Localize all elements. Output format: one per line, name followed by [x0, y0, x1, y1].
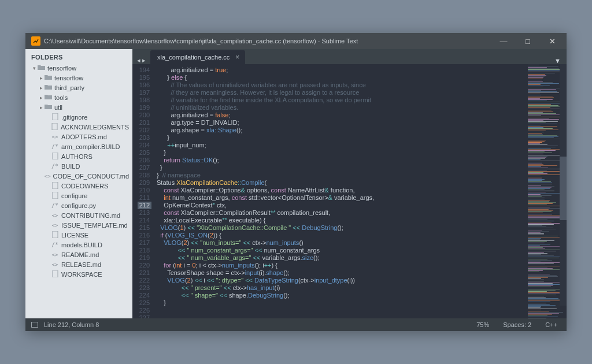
file-icon: [50, 123, 58, 131]
tree-item[interactable]: /*configure.py: [28, 200, 130, 210]
tree-item[interactable]: ▸third_party: [28, 83, 130, 92]
tree-item[interactable]: configure: [28, 191, 130, 200]
svg-rect-3: [53, 182, 58, 189]
tree-item[interactable]: ▾tensorflow: [28, 63, 130, 73]
tree-item[interactable]: LICENSE: [28, 230, 130, 240]
svg-rect-6: [53, 270, 58, 277]
code-editor[interactable]: 1941951961971981992002012022032042052062…: [132, 64, 567, 318]
status-bar: Line 212, Column 8 75% Spaces: 2 C++: [25, 318, 567, 331]
tree-item-label: LICENSE: [61, 232, 88, 239]
panel-switcher-icon[interactable]: [31, 322, 38, 328]
app-window: C:\Users\will\Documents\tensorflow\tenso…: [25, 33, 567, 331]
tree-item[interactable]: WORKSPACE: [28, 269, 130, 279]
tree-item-label: BUILD: [61, 163, 80, 170]
md-icon: <>: [51, 261, 59, 268]
title-bar[interactable]: C:\Users\will\Documents\tensorflow\tenso…: [25, 33, 567, 49]
tree-item[interactable]: ACKNOWLEDGMENTS: [28, 122, 130, 132]
md-icon: <>: [51, 133, 59, 140]
status-syntax[interactable]: C++: [545, 321, 557, 328]
folder-icon: [44, 84, 52, 91]
tree-item-label: .gitignore: [61, 114, 87, 121]
chevron-icon: ▸: [38, 85, 44, 91]
tree-item[interactable]: <>CONTRIBUTING.md: [28, 210, 130, 220]
tree-item[interactable]: <>ISSUE_TEMPLATE.md: [28, 220, 130, 230]
tab-dropdown-icon[interactable]: ▼: [549, 57, 567, 64]
maximize-button[interactable]: □: [516, 33, 540, 49]
tree-item-label: ACKNOWLEDGMENTS: [61, 124, 129, 131]
tree-item-label: ISSUE_TEMPLATE.md: [61, 222, 128, 229]
chevron-icon: ▾: [31, 65, 37, 71]
chevron-icon: ▸: [38, 75, 44, 81]
status-cursor[interactable]: Line 212, Column 8: [44, 321, 99, 328]
file-icon: [51, 153, 59, 161]
tree-item-label: CODEOWNERS: [61, 183, 108, 190]
tree-item[interactable]: /*models.BUILD: [28, 240, 130, 250]
window-title: C:\Users\will\Documents\tensorflow\tenso…: [44, 38, 491, 44]
file-icon: [51, 270, 59, 278]
chevron-icon: ▸: [38, 105, 44, 110]
code-icon: /*: [51, 163, 59, 169]
status-indent[interactable]: Spaces: 2: [503, 321, 531, 328]
folder-icon: [44, 104, 52, 111]
folder-tree: ▾tensorflow▸tensorflow▸third_party▸tools…: [25, 63, 132, 283]
tree-item[interactable]: <>README.md: [28, 250, 130, 259]
tree-item[interactable]: <>RELEASE.md: [28, 259, 130, 269]
editor-area: ◂ ▸ xla_compilation_cache.cc × ▼ 1941951…: [132, 49, 567, 318]
tree-item-label: tensorflow: [47, 65, 76, 72]
tree-item[interactable]: <>ADOPTERS.md: [28, 132, 130, 142]
tab-close-icon[interactable]: ×: [235, 53, 239, 61]
tree-item[interactable]: AUTHORS: [28, 151, 130, 161]
sidebar-title: FOLDERS: [25, 49, 132, 63]
folder-icon: [44, 75, 52, 81]
tree-item-label: tools: [54, 94, 68, 101]
nav-forward-icon[interactable]: ▸: [142, 57, 146, 64]
tab-active[interactable]: xla_compilation_cache.cc ×: [150, 50, 245, 64]
file-icon: [51, 192, 59, 200]
tree-item-label: AUTHORS: [61, 153, 92, 160]
tree-item-label: configure: [61, 192, 87, 199]
close-button[interactable]: ✕: [540, 33, 564, 49]
svg-rect-2: [53, 153, 58, 159]
md-icon: <>: [51, 222, 59, 228]
minimize-button[interactable]: —: [491, 33, 516, 49]
tree-item-label: CODE_OF_CONDUCT.md: [53, 173, 129, 180]
scrollbar-thumb[interactable]: [560, 157, 567, 220]
file-icon: [51, 231, 59, 239]
tree-item[interactable]: ▸tensorflow: [28, 73, 130, 83]
tree-item[interactable]: ▸util: [28, 102, 130, 112]
tree-item-label: WORKSPACE: [61, 271, 102, 278]
tree-item[interactable]: .gitignore: [28, 112, 130, 122]
code-icon: /*: [51, 242, 59, 248]
tab-strip: ◂ ▸ xla_compilation_cache.cc × ▼: [132, 49, 567, 64]
file-icon: [51, 113, 59, 121]
tree-item[interactable]: <>CODE_OF_CONDUCT.md: [28, 171, 130, 181]
tree-item[interactable]: /*arm_compiler.BUILD: [28, 142, 130, 151]
tree-item-label: README.md: [61, 251, 99, 258]
tree-item[interactable]: CODEOWNERS: [28, 181, 130, 191]
file-icon: [51, 182, 59, 190]
tab-label: xla_compilation_cache.cc: [157, 54, 230, 61]
md-icon: <>: [51, 251, 59, 258]
vertical-scrollbar[interactable]: [560, 64, 567, 306]
tree-item[interactable]: ▸tools: [28, 92, 130, 102]
line-number-gutter: 1941951961971981992002012022032042052062…: [132, 64, 153, 318]
tree-item-label: models.BUILD: [61, 242, 102, 248]
status-zoom[interactable]: 75%: [476, 321, 489, 328]
tree-item[interactable]: /*BUILD: [28, 161, 130, 171]
tree-item-label: RELEASE.md: [61, 261, 101, 268]
tree-item-label: util: [54, 104, 62, 111]
folder-icon: [44, 94, 52, 101]
tree-item-label: CONTRIBUTING.md: [61, 212, 120, 219]
folder-icon: [37, 65, 45, 72]
tree-item-label: arm_compiler.BUILD: [61, 143, 120, 150]
md-icon: <>: [45, 173, 51, 179]
chevron-icon: ▸: [38, 95, 44, 101]
md-icon: <>: [51, 212, 59, 218]
svg-rect-5: [53, 231, 58, 238]
nav-back-icon[interactable]: ◂: [137, 57, 140, 64]
tree-item-label: configure.py: [61, 202, 96, 209]
tree-item-label: third_party: [54, 84, 84, 91]
svg-rect-0: [53, 113, 58, 120]
code-icon: /*: [51, 202, 59, 209]
code-content[interactable]: arg.initialized = true; } else { // The …: [153, 64, 526, 318]
